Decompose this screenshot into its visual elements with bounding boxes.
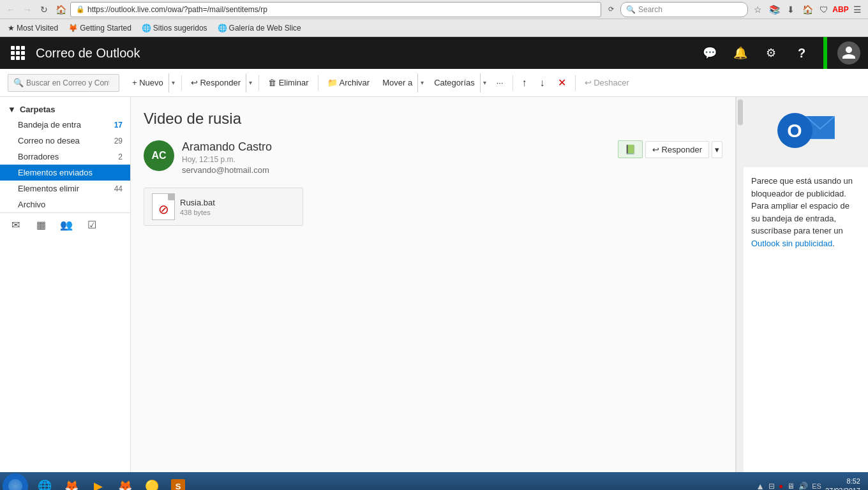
ie-icon: 🌐 xyxy=(142,24,151,33)
folder-name: Archivo xyxy=(18,200,120,209)
tray-clock[interactable]: 8:52 27/03/2017 xyxy=(825,477,860,490)
responder-button[interactable]: ↩ Responder xyxy=(186,73,246,93)
adblock-button[interactable]: ABP xyxy=(834,3,848,17)
folder-borradores[interactable]: Borradores 2 xyxy=(0,149,130,165)
reload-button[interactable]: ↻ xyxy=(37,3,51,17)
folder-archivo[interactable]: Archivo xyxy=(0,197,130,212)
archivar-button[interactable]: 📁 Archivar xyxy=(322,73,375,93)
categorias-dropdown[interactable]: ▾ xyxy=(480,73,489,93)
folder-eliminados[interactable]: Elementos elimir 44 xyxy=(0,181,130,197)
bookmarks-bar: ★ Most Visited 🦊 Getting Started 🌐 Sitio… xyxy=(0,19,868,37)
settings-button[interactable]: ⚙ xyxy=(757,39,785,67)
categorias-group: Categorías ▾ xyxy=(429,73,489,93)
taskbar-tray: ▲ ⊟ ● 🖥 🔊 ES 8:52 27/03/2017 xyxy=(751,477,865,490)
mover-button[interactable]: Mover a xyxy=(377,73,417,93)
help-button[interactable]: ? xyxy=(788,39,816,67)
folder-no-deseado[interactable]: Correo no desea 29 xyxy=(0,133,130,149)
nuevo-dropdown[interactable]: ▾ xyxy=(168,73,177,93)
ad-link[interactable]: Outlook sin publicidad xyxy=(751,239,832,248)
address-bar[interactable]: 🔒 https://outlook.live.com/owa/?path=/ma… xyxy=(70,2,601,17)
start-button[interactable] xyxy=(3,473,28,490)
mover-dropdown[interactable]: ▾ xyxy=(417,73,426,93)
reply-button[interactable]: ↩ Responder xyxy=(645,141,709,158)
back-button[interactable]: ← xyxy=(4,3,18,17)
nuevo-button[interactable]: + Nuevo xyxy=(127,73,168,93)
refresh-button[interactable]: ⟳ xyxy=(604,3,618,17)
user-avatar[interactable] xyxy=(837,41,860,64)
bookmark-label: Most Visited xyxy=(17,24,58,33)
responder-dropdown[interactable]: ▾ xyxy=(246,73,255,93)
forward-button[interactable]: → xyxy=(20,3,34,17)
bookmark-label: Sitios sugeridos xyxy=(153,24,207,33)
tray-arrow[interactable]: ▲ xyxy=(756,481,765,490)
shield-button[interactable]: 🛡 xyxy=(817,3,831,17)
reply-dropdown[interactable]: ▾ xyxy=(712,141,722,158)
folder-bandeja[interactable]: Bandeja de entra 17 xyxy=(0,117,130,133)
notification-button[interactable]: 🔔 xyxy=(726,39,754,67)
bookmark-most-visited[interactable]: ★ Most Visited xyxy=(5,22,61,34)
categorias-button[interactable]: Categorías xyxy=(429,73,480,93)
scroll-thumb[interactable] xyxy=(738,100,743,125)
folders-label: Carpetas xyxy=(20,105,56,114)
tray-lang[interactable]: ES xyxy=(812,482,821,490)
calendar-nav-icon[interactable]: ▦ xyxy=(33,217,49,232)
download-button[interactable]: ⬇ xyxy=(784,3,798,17)
attachment[interactable]: ⊘ Rusia.bat 438 bytes xyxy=(144,188,303,226)
more-button[interactable]: ··· xyxy=(491,73,509,93)
folder-count: 17 xyxy=(114,121,123,130)
tray-adblock[interactable]: ● xyxy=(779,482,783,490)
search-placeholder: Search xyxy=(638,5,662,14)
star-button[interactable]: ☆ xyxy=(751,3,765,17)
up-button[interactable]: ↑ xyxy=(517,73,532,93)
ie2-icon: 🌐 xyxy=(218,24,227,33)
file-icon: ⊘ xyxy=(152,193,175,220)
browser-search-bar[interactable]: 🔍 Search xyxy=(620,2,748,17)
email-subject: Video de rusia xyxy=(144,110,722,128)
people-nav-icon[interactable]: 👥 xyxy=(59,217,74,232)
outlook-o-letter: O xyxy=(787,120,802,142)
bookmark-galeria[interactable]: 🌐 Galería de Web Slice xyxy=(215,22,304,34)
taskbar-chrome[interactable]: 🟡 xyxy=(139,475,165,490)
mail-nav-icon[interactable]: ✉ xyxy=(8,217,23,232)
main-content: ▼ Carpetas Bandeja de entra 17 Correo no… xyxy=(0,97,868,472)
menu-button[interactable]: ☰ xyxy=(850,3,864,17)
tray-network[interactable]: ⊟ xyxy=(768,482,775,490)
bookmark-getting-started[interactable]: 🦊 Getting Started xyxy=(66,22,134,34)
folder-enviados[interactable]: Elementos enviados xyxy=(0,165,130,181)
sep2 xyxy=(258,75,259,91)
sep5 xyxy=(575,75,576,91)
sender-avatar: AC xyxy=(144,140,174,171)
home2-button[interactable]: 🏠 xyxy=(800,3,814,17)
taskbar-ie[interactable]: 🌐 xyxy=(32,475,57,490)
chat-button[interactable]: 💬 xyxy=(696,39,724,67)
scrollbar[interactable] xyxy=(736,97,744,472)
tray-volume[interactable]: 🔊 xyxy=(798,482,808,490)
folder-count: 29 xyxy=(114,137,123,145)
attachment-name: Rusia.bat xyxy=(180,198,215,207)
ad-text-after: . xyxy=(832,239,835,248)
taskbar-media[interactable]: ▶ xyxy=(86,475,111,490)
eliminar-button[interactable]: 🗑 Eliminar xyxy=(263,73,314,93)
attachment-info: Rusia.bat 438 bytes xyxy=(180,198,215,216)
folders-section-header[interactable]: ▼ Carpetas xyxy=(0,102,130,117)
waffle-menu[interactable] xyxy=(8,43,28,63)
taskbar-firefox2[interactable]: 🦊 xyxy=(112,475,138,490)
deshacer-button[interactable]: ↩ Deshacer xyxy=(580,73,634,93)
green-accent-bar xyxy=(823,37,827,69)
email-green-action[interactable]: 📗 xyxy=(618,140,643,158)
home-button[interactable]: 🏠 xyxy=(54,3,68,17)
bookmark-icon: ★ xyxy=(8,24,15,33)
tasks-nav-icon[interactable]: ☑ xyxy=(84,217,100,232)
bookmark-button[interactable]: 📚 xyxy=(767,3,781,17)
delete-button[interactable]: ✕ xyxy=(553,73,571,93)
taskbar-shell[interactable]: S xyxy=(166,475,190,490)
tray-monitor[interactable]: 🖥 xyxy=(787,482,795,490)
bookmark-sitios[interactable]: 🌐 Sitios sugeridos xyxy=(139,22,210,34)
taskbar-firefox[interactable]: 🦊 xyxy=(59,475,84,490)
search-box[interactable]: 🔍 xyxy=(8,74,119,92)
down-button[interactable]: ↓ xyxy=(535,73,550,93)
folder-name: Correo no desea xyxy=(18,136,112,145)
nuevo-group: + Nuevo ▾ xyxy=(127,73,177,93)
header-icons: 💬 🔔 ⚙ ? xyxy=(696,39,816,67)
search-input[interactable] xyxy=(26,78,109,87)
